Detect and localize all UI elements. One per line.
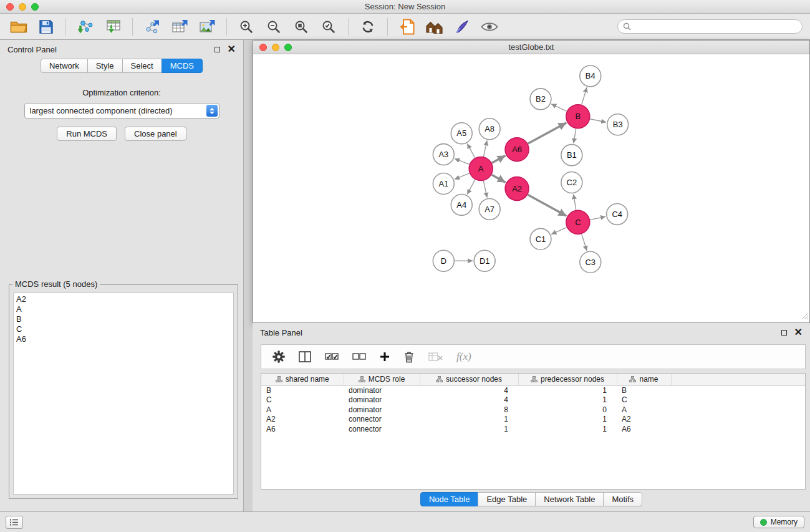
select-all-button[interactable] bbox=[325, 353, 339, 360]
cell-shared-name[interactable]: A bbox=[261, 405, 344, 415]
style-button[interactable] bbox=[450, 16, 475, 37]
resize-grip[interactable] bbox=[801, 312, 809, 322]
open-file-button[interactable] bbox=[395, 16, 420, 37]
table-row[interactable]: Adominator80A bbox=[261, 405, 805, 415]
zoom-selected-button[interactable] bbox=[316, 16, 341, 37]
export-table-button[interactable] bbox=[167, 16, 192, 37]
export-network-button[interactable] bbox=[140, 16, 165, 37]
close-panel-icon[interactable]: ✕ bbox=[228, 44, 236, 54]
node-B4[interactable]: B4 bbox=[580, 65, 601, 87]
save-session-button[interactable] bbox=[34, 16, 59, 37]
open-session-button[interactable] bbox=[6, 16, 31, 37]
cell-name[interactable]: A6 bbox=[617, 425, 671, 435]
edge-C-C4[interactable] bbox=[590, 216, 605, 220]
edge-A-A7[interactable] bbox=[483, 181, 487, 198]
mcds-result-list[interactable]: A2ABCA6 bbox=[13, 293, 234, 495]
zoom-in-button[interactable] bbox=[234, 16, 259, 37]
run-mcds-button[interactable]: Run MCDS bbox=[57, 127, 117, 141]
cell-MCDS-role[interactable]: connector bbox=[344, 415, 420, 425]
tab-network-table[interactable]: Network Table bbox=[535, 492, 604, 506]
zoom-network-icon[interactable] bbox=[284, 44, 292, 51]
cell-MCDS-role[interactable]: connector bbox=[344, 425, 420, 435]
node-D1[interactable]: D1 bbox=[474, 250, 495, 271]
cell-predecessor-nodes[interactable]: 0 bbox=[518, 405, 617, 415]
cell-name[interactable]: B bbox=[617, 385, 671, 395]
cell-predecessor-nodes[interactable]: 1 bbox=[518, 385, 617, 395]
network-graph[interactable]: B4B2BB3A5A8A6A3AB1A1A2C2A4A7C4C1CC3DD1 bbox=[253, 55, 809, 322]
node-A3[interactable]: A3 bbox=[433, 144, 454, 165]
columns-button[interactable] bbox=[299, 351, 311, 362]
task-history-button[interactable] bbox=[6, 516, 23, 529]
close-network-icon[interactable] bbox=[259, 44, 267, 51]
settings-button[interactable] bbox=[272, 351, 285, 363]
cell-name[interactable]: C bbox=[617, 395, 671, 405]
minimize-network-icon[interactable] bbox=[272, 44, 279, 51]
node-B[interactable]: B bbox=[566, 105, 590, 128]
zoom-out-button[interactable] bbox=[261, 16, 286, 37]
add-row-button[interactable] bbox=[380, 352, 390, 362]
memory-button[interactable]: Memory bbox=[753, 516, 804, 528]
edge-B-B1[interactable] bbox=[574, 128, 576, 143]
node-A5[interactable]: A5 bbox=[451, 123, 472, 144]
deselect-all-button[interactable] bbox=[352, 353, 366, 360]
node-B3[interactable]: B3 bbox=[607, 114, 629, 135]
column-header-predecessor-nodes[interactable]: predecessor nodes bbox=[518, 374, 617, 385]
cell-MCDS-role[interactable]: dominator bbox=[344, 405, 420, 415]
column-header-successor-nodes[interactable]: successor nodes bbox=[420, 374, 518, 385]
edge-B-B2[interactable] bbox=[551, 104, 567, 111]
table-row[interactable]: A6connector11A6 bbox=[261, 425, 805, 435]
close-panel-button[interactable]: Close panel bbox=[125, 127, 186, 141]
cell-shared-name[interactable]: B bbox=[261, 385, 344, 395]
edge-A-A3[interactable] bbox=[455, 158, 470, 164]
float-table-panel-icon[interactable] bbox=[781, 330, 787, 336]
mcds-result-item[interactable]: C bbox=[16, 324, 231, 334]
node-D[interactable]: D bbox=[433, 250, 454, 271]
mcds-result-item[interactable]: A2 bbox=[16, 294, 231, 304]
edge-A6-B[interactable] bbox=[528, 123, 567, 143]
edge-C-C3[interactable] bbox=[582, 234, 587, 251]
edge-A-A4[interactable] bbox=[467, 180, 475, 195]
node-A8[interactable]: A8 bbox=[479, 118, 500, 140]
table-row[interactable]: Bdominator41B bbox=[261, 385, 805, 395]
edge-B-B4[interactable] bbox=[582, 87, 587, 105]
edge-A-A6[interactable] bbox=[492, 156, 506, 163]
column-header-MCDS-role[interactable]: MCDS role bbox=[344, 374, 420, 385]
import-table-button[interactable] bbox=[100, 16, 125, 37]
zoom-window-icon[interactable] bbox=[31, 3, 39, 11]
mcds-result-item[interactable]: A6 bbox=[16, 334, 231, 344]
minimize-window-icon[interactable] bbox=[19, 3, 26, 11]
cell-shared-name[interactable]: A6 bbox=[261, 425, 344, 435]
show-hide-button[interactable] bbox=[477, 16, 502, 37]
delete-table-button[interactable] bbox=[428, 352, 443, 361]
network-canvas[interactable]: B4B2BB3A5A8A6A3AB1A1A2C2A4A7C4C1CC3DD1 bbox=[253, 55, 809, 322]
tab-select[interactable]: Select bbox=[122, 59, 162, 73]
cell-predecessor-nodes[interactable]: 1 bbox=[518, 425, 617, 435]
node-A6[interactable]: A6 bbox=[505, 138, 529, 162]
node-B1[interactable]: B1 bbox=[561, 145, 582, 166]
search-input[interactable] bbox=[635, 22, 797, 31]
home-button[interactable] bbox=[422, 16, 447, 37]
search-box[interactable] bbox=[617, 19, 803, 34]
apply-layout-button[interactable] bbox=[355, 16, 380, 37]
tab-network[interactable]: Network bbox=[41, 59, 88, 73]
node-A[interactable]: A bbox=[469, 157, 493, 181]
edge-C-C2[interactable] bbox=[574, 194, 576, 210]
edge-A-A5[interactable] bbox=[467, 143, 475, 158]
column-header-shared-name[interactable]: shared name bbox=[261, 374, 344, 385]
edge-A-A8[interactable] bbox=[483, 140, 487, 157]
cell-successor-nodes[interactable]: 4 bbox=[420, 385, 518, 395]
node-A1[interactable]: A1 bbox=[433, 173, 454, 195]
edge-A-A1[interactable] bbox=[455, 173, 470, 179]
cell-predecessor-nodes[interactable]: 1 bbox=[518, 415, 617, 425]
tab-edge-table[interactable]: Edge Table bbox=[478, 492, 536, 506]
optimization-criterion-select[interactable]: largest connected component (directed) bbox=[24, 103, 219, 118]
float-panel-icon[interactable] bbox=[215, 47, 220, 52]
cell-successor-nodes[interactable]: 1 bbox=[420, 415, 518, 425]
tab-node-table[interactable]: Node Table bbox=[420, 492, 479, 506]
delete-row-button[interactable] bbox=[403, 351, 415, 363]
node-C1[interactable]: C1 bbox=[530, 228, 551, 249]
node-A2[interactable]: A2 bbox=[505, 177, 529, 201]
cell-MCDS-role[interactable]: dominator bbox=[344, 385, 420, 395]
tab-motifs[interactable]: Motifs bbox=[603, 492, 642, 506]
mcds-result-item[interactable]: B bbox=[16, 314, 231, 324]
